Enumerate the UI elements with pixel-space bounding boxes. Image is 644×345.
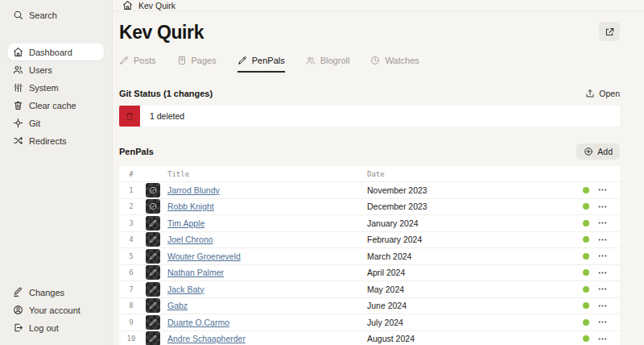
row-menu-button[interactable]: [597, 268, 615, 278]
tab-label: PenPals: [252, 56, 285, 65]
row-thumbnail: [138, 183, 167, 197]
git-changes-bar[interactable]: 1 deleted: [119, 106, 620, 127]
sidebar-item-label: System: [29, 83, 59, 93]
page-title: Kev Quirk: [119, 22, 204, 44]
sidebar-item-redirects[interactable]: Redirects: [8, 132, 104, 149]
row-number: 3: [124, 219, 138, 227]
sidebar-item-label: Users: [29, 65, 52, 75]
row-menu-button[interactable]: [597, 284, 615, 294]
pencil-icon: [146, 216, 160, 231]
tab-blogroll[interactable]: Blogroll: [306, 56, 350, 73]
tab-penpals[interactable]: PenPals: [237, 56, 285, 73]
search-button[interactable]: Search: [8, 6, 104, 23]
table-row: 8GabzJune 2024: [119, 297, 620, 314]
breadcrumb-label: Kev Quirk: [138, 1, 175, 10]
sidebar-item-dashboard[interactable]: Dashboard: [8, 44, 104, 60]
tab-watches[interactable]: Watches: [370, 56, 419, 73]
row-title-link[interactable]: Robb Knight: [167, 202, 214, 211]
row-date: March 2024: [367, 251, 575, 261]
sidebar-item-system[interactable]: System: [8, 79, 104, 96]
row-number: 5: [124, 252, 138, 260]
table-row: 10Andre SchaapherderAugust 2024: [119, 330, 620, 345]
row-menu-button[interactable]: [597, 301, 615, 311]
row-date: August 2024: [367, 334, 575, 343]
row-status-cell: [575, 269, 597, 276]
sidebar-item-changes[interactable]: Changes: [8, 284, 104, 301]
row-thumbnail: [138, 232, 167, 247]
row-title-cell: Wouter Groeneveld: [167, 251, 367, 261]
row-title-link[interactable]: Tim Apple: [167, 218, 204, 228]
row-title-link[interactable]: Andre Schaapherder: [167, 334, 246, 343]
sidebar-item-label: Redirects: [29, 136, 66, 146]
pencil-line-icon: [13, 287, 23, 297]
trash-icon: [13, 100, 23, 110]
penpals-table: # Title Date 1Jarrod BlundyNovember 2023…: [119, 166, 620, 345]
tab-label: Blogroll: [320, 56, 350, 65]
row-status-cell: [575, 253, 597, 260]
row-title-cell: Duarte O.Carmo: [167, 318, 367, 327]
row-date: February 2024: [367, 235, 575, 244]
row-thumbnail: [138, 331, 167, 345]
sidebar-item-label: Clear cache: [29, 101, 76, 110]
row-number: 1: [124, 186, 138, 194]
row-menu-button[interactable]: [597, 251, 615, 261]
home-icon: [13, 47, 23, 57]
row-date: June 2024: [367, 301, 575, 310]
add-label: Add: [597, 147, 613, 156]
deleted-change-block: [119, 106, 140, 127]
tab-pages[interactable]: Pages: [177, 56, 217, 73]
tab-posts[interactable]: Posts: [119, 56, 156, 73]
sidebar-item-users[interactable]: Users: [8, 61, 104, 78]
app-window: Search DashboardUsersSystemClear cacheGi…: [0, 0, 644, 345]
row-menu-button[interactable]: [597, 334, 615, 344]
row-title-link[interactable]: Jack Baty: [167, 285, 204, 294]
row-number: 10: [124, 335, 138, 343]
title-row: Kev Quirk: [119, 22, 620, 44]
row-menu-button[interactable]: [597, 185, 615, 195]
git-change-label: 1 deleted: [140, 111, 184, 121]
home-icon: [122, 0, 133, 10]
git-open-button[interactable]: Open: [585, 89, 620, 98]
tab-label: Watches: [385, 56, 419, 65]
row-menu-button[interactable]: [597, 202, 615, 212]
sidebar-item-clear-cache[interactable]: Clear cache: [8, 97, 104, 114]
sidebar: Search DashboardUsersSystemClear cacheGi…: [0, 0, 113, 345]
search-label: Search: [29, 10, 57, 20]
row-menu-button[interactable]: [597, 317, 615, 327]
users-icon: [13, 64, 23, 75]
row-menu-button[interactable]: [597, 235, 615, 245]
pencil-icon: [146, 265, 160, 280]
row-thumbnail: [138, 249, 167, 264]
table-header-row: # Title Date: [119, 166, 620, 181]
clock-icon: [370, 56, 380, 65]
row-thumbnail: [138, 298, 167, 313]
main-area: Kev Quirk Kev Quirk PostsPagesPenPalsBlo…: [113, 0, 644, 345]
row-status-cell: [575, 319, 597, 326]
row-title-cell: Nathan Palmer: [167, 268, 367, 277]
row-title-link[interactable]: Wouter Groeneveld: [167, 251, 241, 261]
breadcrumb[interactable]: Kev Quirk: [113, 0, 644, 11]
sidebar-item-label: Changes: [29, 288, 64, 297]
row-status-cell: [575, 187, 597, 193]
row-title-link[interactable]: Nathan Palmer: [167, 268, 224, 277]
sidebar-item-your-account[interactable]: Your account: [8, 301, 104, 318]
row-title-link[interactable]: Gabz: [167, 301, 188, 310]
search-icon: [13, 10, 23, 20]
status-dot: [583, 203, 589, 210]
row-title-link[interactable]: Joel Chrono: [167, 235, 213, 244]
row-menu-button[interactable]: [597, 218, 615, 228]
git-status-title: Git Status (1 changes): [119, 89, 213, 98]
add-button[interactable]: Add: [576, 143, 620, 160]
row-title-link[interactable]: Jarrod Blundy: [167, 185, 220, 195]
open-site-button[interactable]: [599, 22, 620, 41]
row-date: December 2023: [367, 202, 575, 211]
sidebar-item-git[interactable]: Git: [8, 114, 104, 131]
row-title-cell: Joel Chrono: [167, 235, 367, 244]
logout-icon: [13, 322, 23, 333]
row-title-link[interactable]: Duarte O.Carmo: [167, 318, 229, 327]
row-date: November 2023: [367, 185, 575, 195]
sidebar-nav: DashboardUsersSystemClear cacheGitRedire…: [8, 44, 104, 150]
row-status-cell: [575, 220, 597, 227]
plus-circle-icon: [584, 147, 593, 156]
sidebar-item-log-out[interactable]: Log out: [8, 319, 104, 336]
